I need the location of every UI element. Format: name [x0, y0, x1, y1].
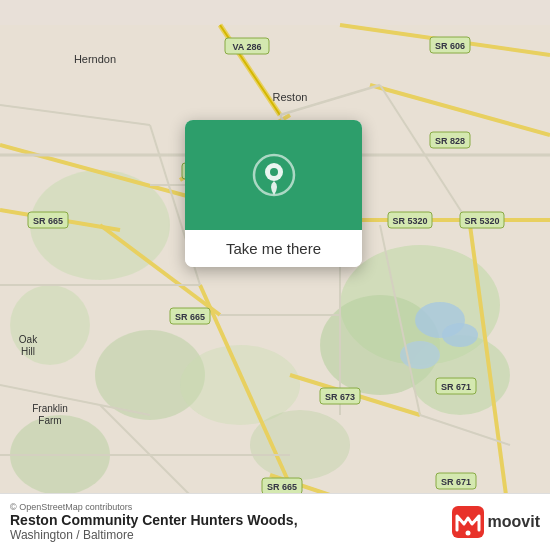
popup-header	[185, 120, 362, 230]
svg-text:Herndon: Herndon	[74, 53, 116, 65]
svg-text:Hill: Hill	[21, 346, 35, 357]
svg-text:SR 5320: SR 5320	[392, 216, 427, 226]
svg-text:SR 665: SR 665	[267, 482, 297, 492]
svg-text:SR 606: SR 606	[435, 41, 465, 51]
take-me-there-button[interactable]: Take me there	[185, 230, 362, 267]
svg-text:SR 665: SR 665	[33, 216, 63, 226]
place-title: Reston Community Center Hunters Woods,	[10, 512, 298, 528]
svg-text:SR 5320: SR 5320	[464, 216, 499, 226]
svg-point-76	[465, 531, 470, 536]
svg-text:Franklin: Franklin	[32, 403, 68, 414]
svg-text:SR 828: SR 828	[435, 136, 465, 146]
svg-text:Reston: Reston	[273, 91, 308, 103]
svg-text:SR 673: SR 673	[325, 392, 355, 402]
moovit-text: moovit	[488, 513, 540, 531]
svg-point-74	[270, 168, 278, 176]
svg-text:Farm: Farm	[38, 415, 61, 426]
svg-text:SR 671: SR 671	[441, 382, 471, 392]
map-container: VA 286 SR 606 SR 828 SR 665 SR 665 SR 66…	[0, 0, 550, 550]
popup-card: Take me there	[185, 120, 362, 267]
svg-text:SR 671: SR 671	[441, 477, 471, 487]
place-subtitle: Washington / Baltimore	[10, 528, 298, 542]
moovit-icon	[452, 506, 484, 538]
svg-text:VA 286: VA 286	[232, 42, 261, 52]
svg-point-11	[442, 323, 478, 347]
copyright-text: © OpenStreetMap contributors	[10, 502, 298, 512]
map-background: VA 286 SR 606 SR 828 SR 665 SR 665 SR 66…	[0, 0, 550, 550]
svg-point-9	[250, 410, 350, 480]
moovit-logo: moovit	[452, 506, 540, 538]
location-pin-icon	[252, 153, 296, 197]
svg-text:SR 665: SR 665	[175, 312, 205, 322]
bottom-bar: © OpenStreetMap contributors Reston Comm…	[0, 493, 550, 550]
svg-text:Oak: Oak	[19, 334, 38, 345]
bottom-left: © OpenStreetMap contributors Reston Comm…	[10, 502, 298, 542]
